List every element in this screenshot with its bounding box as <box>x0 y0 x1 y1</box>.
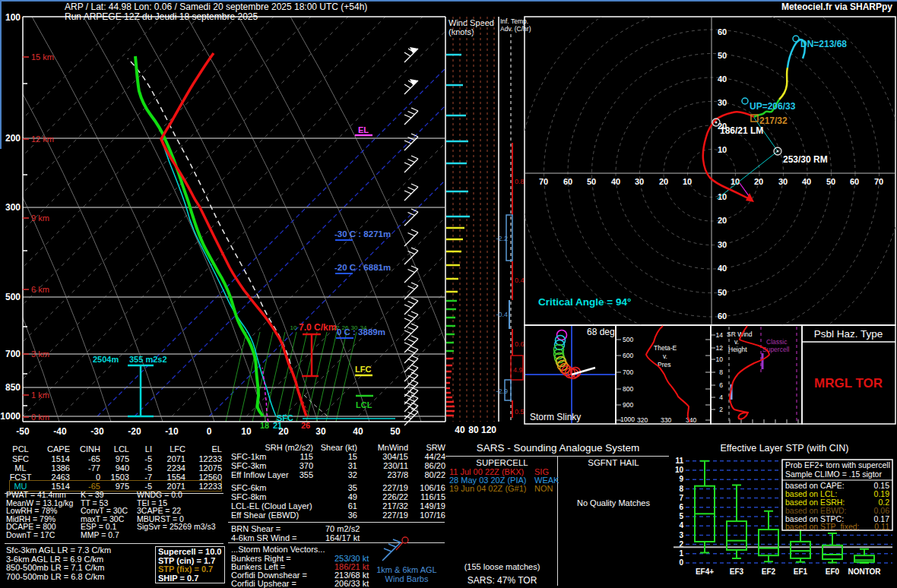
shear-cell: SFC-8km <box>231 492 315 501</box>
svg-text:8: 8 <box>679 485 683 493</box>
svg-text:20: 20 <box>754 177 763 186</box>
sr46-value: 164/17 kt <box>325 533 360 542</box>
svg-text:4: 4 <box>679 521 683 530</box>
srwind-ytick: 6 <box>719 381 723 389</box>
adv-title2: Adv. (C/hr) <box>500 25 531 33</box>
pcl-cell: -5 <box>131 463 154 473</box>
brn-value: 70 m2/s2 <box>325 524 360 533</box>
srwind-ytick: 10 <box>716 356 724 363</box>
pcl-cell: 12075 <box>187 463 223 473</box>
index-item: PWAT = 41.4mm <box>6 491 79 499</box>
pcl-cell: 12233 <box>187 454 223 463</box>
thetae-ytick: 700 <box>623 368 633 376</box>
sfc-wetbulb-value: 21 <box>273 421 282 430</box>
temp-tick: 0 <box>207 426 212 437</box>
svg-text:50: 50 <box>718 288 727 297</box>
temp-tick: -50 <box>16 426 30 437</box>
header-line1: ARP / Lat: 44.98 Lon: 0.06 / Samedi 20 s… <box>65 2 367 12</box>
pressure-label: 300 <box>5 202 21 213</box>
indices-col1: PWAT = 41.4mm MeanW = 13.1g/kg LowRH = 7… <box>6 491 79 539</box>
ship-value: SHIP = 0.7 <box>158 574 224 583</box>
sfc-temp-value: 26 <box>301 421 310 430</box>
hodograph-frame <box>525 17 895 325</box>
pcl-cell: 1514 <box>36 454 71 463</box>
srwind-ytick: 4 <box>719 394 723 401</box>
classic-label: Classic <box>766 338 788 346</box>
svg-text:0: 0 <box>679 558 683 567</box>
temp-tick: 40 <box>353 426 363 437</box>
thetae-ytick: 600 <box>623 352 633 359</box>
shear-cell: 15 <box>327 452 357 461</box>
divider <box>0 0 2 149</box>
windspeed-tick: 80 <box>468 425 479 435</box>
srwind-ytick: 12 <box>716 344 724 352</box>
mixing-label: 10 <box>290 324 297 331</box>
bottom-border-bottom <box>0 0 897 2</box>
svg-text:10: 10 <box>675 466 684 474</box>
stp-legend-sample: Sample CLIMO = .15 sigtor <box>785 469 882 479</box>
srwind-label: v. <box>734 338 739 346</box>
agl-wind-barbs-icon <box>376 533 429 564</box>
windspeed-gridlines <box>453 17 494 422</box>
temp-tick: 30 <box>315 426 326 437</box>
thetae-ytick: 1000 <box>620 416 635 423</box>
shear-cell: Eff Shear (EBWD) <box>231 511 330 520</box>
svg-text:40: 40 <box>802 177 811 186</box>
left-axis-ticks <box>23 84 27 406</box>
minus20-label: -20 C : 6881m <box>334 263 391 272</box>
svg-text:30: 30 <box>718 240 727 249</box>
shear-cell: 217/32 <box>369 501 408 511</box>
shear-cell: 370 <box>290 461 313 470</box>
barbs-caption1: 1km & 6km AGL <box>372 565 441 574</box>
dn-marker <box>793 36 799 42</box>
motion-value: 206/33 kt <box>334 579 369 588</box>
brn-label: BRN Shear = <box>231 524 281 533</box>
srwind-frame <box>711 325 802 424</box>
stp-legend-title: Prob EF2+ torn with supercell <box>785 460 890 469</box>
sfc-dewpoint-value: 18 <box>260 421 269 430</box>
svg-text:EF1: EF1 <box>794 567 808 576</box>
lapse-rates: Sfc-3km AGL LR = 7.3 C/km 3-6km AGL LR =… <box>6 546 151 581</box>
up-marker <box>742 98 748 104</box>
shear-cell: 149/19 <box>407 501 445 511</box>
svg-text:EF2: EF2 <box>762 567 776 576</box>
windspeed-units: (knots) <box>448 27 474 36</box>
eff-inflow-ibeam <box>128 365 154 416</box>
shear-cell: 237/8 <box>369 470 408 479</box>
height-label: 0 km <box>31 413 49 422</box>
thetae-xtick: 330 <box>661 416 671 424</box>
eff-inflow-height: 2504m <box>93 355 119 364</box>
pcl-cell: 975 <box>102 454 131 463</box>
shear-header: Shear (kt) <box>304 443 357 452</box>
hazard-title: Psbl Haz. Type <box>814 328 883 340</box>
shear-cell: SFC-6km <box>231 483 315 492</box>
svg-text:50: 50 <box>826 177 835 186</box>
eff-inflow-srh: 355 m2s2 <box>129 355 167 364</box>
pcl-header: CAPE <box>36 444 71 454</box>
pcl-cell: 2234 <box>154 463 187 473</box>
lapse-label: 7.0 C/km <box>299 322 336 333</box>
windspeed-tick: 120 <box>481 425 496 435</box>
svg-text:3: 3 <box>679 531 683 539</box>
pcl-header: PCL <box>6 444 36 454</box>
supercell-value: Supercell = 10.0 <box>158 548 224 557</box>
svg-text:30: 30 <box>778 177 788 186</box>
srwind-ytick: 8 <box>719 368 723 376</box>
motion-label: Corfidi Upshear = <box>231 579 296 588</box>
height-ticks <box>23 57 29 417</box>
sars-hail-header: SGFNT HAIL <box>558 458 669 467</box>
shear-cell: 230/11 <box>369 461 408 470</box>
zero-label: 0 C : 3889m <box>337 327 385 337</box>
shear-header: MnWind <box>369 443 408 452</box>
svg-text:60: 60 <box>718 311 727 321</box>
stp-prob-label: based on STP_fixed: <box>785 522 859 531</box>
shear-cell: 107/16 <box>407 511 445 520</box>
pcl-cell: 12233 <box>187 482 223 491</box>
pressure-label: 500 <box>5 292 21 302</box>
pcl-cell: 2071 <box>154 454 187 463</box>
pressure-label: 850 <box>5 382 21 393</box>
pcl-cell: ML <box>6 463 36 473</box>
pcl-cell: 940 <box>102 463 131 473</box>
index-item: ESP = 0.1 <box>81 523 135 531</box>
hazard-frame <box>802 325 895 424</box>
